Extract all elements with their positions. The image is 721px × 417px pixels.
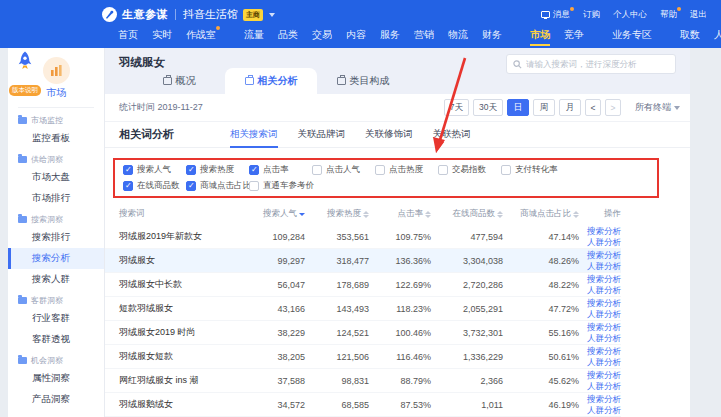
metric-trade-index[interactable]: 交易指数 <box>438 164 501 176</box>
search-input[interactable] <box>526 59 669 69</box>
sidebar-item-search-ranking[interactable]: 搜索排行 <box>8 227 104 248</box>
audience-analysis-link[interactable]: 人群分析 <box>579 381 621 392</box>
sidebar-item-search-analysis[interactable]: 搜索分析 <box>8 248 104 269</box>
sidebar-item-market-ranking[interactable]: 市场排行 <box>8 188 104 209</box>
nav-item-category[interactable]: 品类 <box>278 28 298 42</box>
audience-analysis-link[interactable]: 人群分析 <box>579 309 621 320</box>
date-button-week[interactable]: 周 <box>533 99 555 116</box>
sidebar-item-market-overview[interactable]: 市场大盘 <box>8 167 104 188</box>
date-button-month[interactable]: 月 <box>559 99 581 116</box>
checkbox[interactable] <box>501 165 511 175</box>
checkbox[interactable] <box>249 181 259 191</box>
subscribe-link[interactable]: 订购 <box>583 9 600 21</box>
col-ctr[interactable]: 点击率 <box>369 208 431 220</box>
search-analysis-link[interactable]: 搜索分析 <box>579 322 621 333</box>
checkbox[interactable] <box>312 165 322 175</box>
audience-analysis-link[interactable]: 人群分析 <box>579 285 621 296</box>
search-analysis-link[interactable]: 搜索分析 <box>579 226 621 237</box>
audience-analysis-link[interactable]: 人群分析 <box>579 333 621 344</box>
metric-mall-click-share[interactable]: 商城点击占比 <box>186 180 249 192</box>
metric-search-popularity[interactable]: 搜索人气 <box>123 164 186 176</box>
search-analysis-link[interactable]: 搜索分析 <box>579 274 621 285</box>
table-row[interactable]: 羽绒服鹅绒女 34,572 68,585 87.53% 1,011 46.19%… <box>105 393 621 417</box>
table-row[interactable]: 羽绒服女2019 时尚 38,229 124,521 100.46% 3,732… <box>105 321 621 345</box>
metric-ztc-reference-price[interactable]: 直通车参考价 <box>249 180 312 192</box>
search-analysis-link[interactable]: 搜索分析 <box>579 394 621 405</box>
nav-item-competition[interactable]: 竞争 <box>564 28 584 42</box>
metric-search-heat[interactable]: 搜索热度 <box>186 164 249 176</box>
sidebar-item-industry-customers[interactable]: 行业客群 <box>8 308 104 329</box>
nav-item-trade[interactable]: 交易 <box>312 28 332 42</box>
col-online-products[interactable]: 在线商品数 <box>431 208 503 220</box>
nav-item-logistics[interactable]: 物流 <box>448 28 468 42</box>
subtab-related-search-words[interactable]: 相关搜索词 <box>230 128 278 141</box>
nav-item-business-zone[interactable]: 业务专区 <box>612 28 652 42</box>
subtab-hot-words[interactable]: 关联热词 <box>433 128 471 141</box>
table-row[interactable]: 羽绒服女 99,297 318,477 136.36% 3,304,038 48… <box>105 249 621 273</box>
nav-item-war-room[interactable]: 作战室 <box>186 28 216 42</box>
help-link[interactable]: 帮助 <box>660 9 677 21</box>
version-float-widget[interactable]: 版本说明 <box>3 50 47 96</box>
subtab-modifier-words[interactable]: 关联修饰词 <box>365 128 413 141</box>
audience-analysis-link[interactable]: 人群分析 <box>579 261 621 272</box>
checkbox[interactable] <box>186 165 196 175</box>
checkbox[interactable] <box>123 181 133 191</box>
tab-related-analysis[interactable]: 相关分析 <box>225 68 317 94</box>
col-search-popularity[interactable]: 搜索人气 <box>241 208 305 220</box>
date-button-7d[interactable]: 7天 <box>444 99 469 116</box>
checkbox[interactable] <box>249 165 259 175</box>
sidebar-item-attribute-insight[interactable]: 属性洞察 <box>8 368 104 389</box>
sidebar-item-monitor-board[interactable]: 监控看板 <box>8 128 104 149</box>
keyword-search-box[interactable] <box>506 54 676 74</box>
table-row[interactable]: 短款羽绒服女 43,166 143,493 118.23% 2,055,291 … <box>105 297 621 321</box>
metric-click-heat[interactable]: 点击热度 <box>375 164 438 176</box>
search-analysis-link[interactable]: 搜索分析 <box>579 298 621 309</box>
col-mall-click-share[interactable]: 商城点击占比 <box>503 208 579 220</box>
tab-category-composition[interactable]: 类目构成 <box>317 68 409 94</box>
checkbox[interactable] <box>123 165 133 175</box>
metric-ctr[interactable]: 点击率 <box>249 164 312 176</box>
nav-item-marketing[interactable]: 营销 <box>414 28 434 42</box>
personal-center-link[interactable]: 个人中心 <box>613 9 647 21</box>
search-analysis-link[interactable]: 搜索分析 <box>579 370 621 381</box>
sidebar-item-search-audience[interactable]: 搜索人群 <box>8 269 104 290</box>
table-row[interactable]: 网红羽绒服女 ins 潮 37,588 98,831 88.79% 2,366 … <box>105 369 621 393</box>
audience-analysis-link[interactable]: 人群分析 <box>579 237 621 248</box>
nav-item-home[interactable]: 首页 <box>118 28 138 42</box>
table-row[interactable]: 羽绒服女短款 38,205 121,506 116.46% 1,336,229 … <box>105 345 621 369</box>
checkbox[interactable] <box>186 181 196 191</box>
logout-link[interactable]: 退出 <box>690 9 707 21</box>
chevron-down-icon[interactable] <box>269 13 275 17</box>
value-cell: 1,336,229 <box>431 352 503 362</box>
checkbox[interactable] <box>438 165 448 175</box>
metric-pay-conversion[interactable]: 支付转化率 <box>501 164 564 176</box>
messages-link[interactable]: 消息 <box>541 9 570 21</box>
date-button-day[interactable]: 日 <box>507 99 529 116</box>
nav-item-traffic[interactable]: 流量 <box>244 28 264 42</box>
sidebar-item-customer-perspective[interactable]: 客群透视 <box>8 329 104 350</box>
search-analysis-link[interactable]: 搜索分析 <box>579 346 621 357</box>
tab-overview[interactable]: 概况 <box>133 68 225 94</box>
prev-date-button[interactable]: < <box>585 99 601 116</box>
metric-click-popularity[interactable]: 点击人气 <box>312 164 375 176</box>
metric-online-products[interactable]: 在线商品数 <box>123 180 186 192</box>
next-date-button[interactable]: > <box>605 99 621 116</box>
terminal-filter-dropdown[interactable]: 所有终端 <box>635 101 680 114</box>
nav-item-service[interactable]: 服务 <box>380 28 400 42</box>
nav-item-audience-management[interactable]: 人群管理 <box>714 28 721 42</box>
sidebar-item-product-insight[interactable]: 产品洞察 <box>8 389 104 410</box>
nav-item-finance[interactable]: 财务 <box>482 28 502 42</box>
nav-item-content[interactable]: 内容 <box>346 28 366 42</box>
checkbox[interactable] <box>375 165 385 175</box>
nav-item-realtime[interactable]: 实时 <box>152 28 172 42</box>
audience-analysis-link[interactable]: 人群分析 <box>579 357 621 368</box>
table-row[interactable]: 羽绒服女中长款 56,047 178,689 122.69% 2,720,286… <box>105 273 621 297</box>
subtab-brand-words[interactable]: 关联品牌词 <box>298 128 346 141</box>
search-analysis-link[interactable]: 搜索分析 <box>579 250 621 261</box>
nav-item-market[interactable]: 市场 <box>530 28 550 42</box>
audience-analysis-link[interactable]: 人群分析 <box>579 405 621 416</box>
col-search-heat[interactable]: 搜索热度 <box>305 208 369 220</box>
date-button-30d[interactable]: 30天 <box>473 99 503 116</box>
nav-item-data-extract[interactable]: 取数 <box>680 28 700 42</box>
table-row[interactable]: 羽绒服2019年新款女 109,284 353,561 109.75% 477,… <box>105 225 621 249</box>
